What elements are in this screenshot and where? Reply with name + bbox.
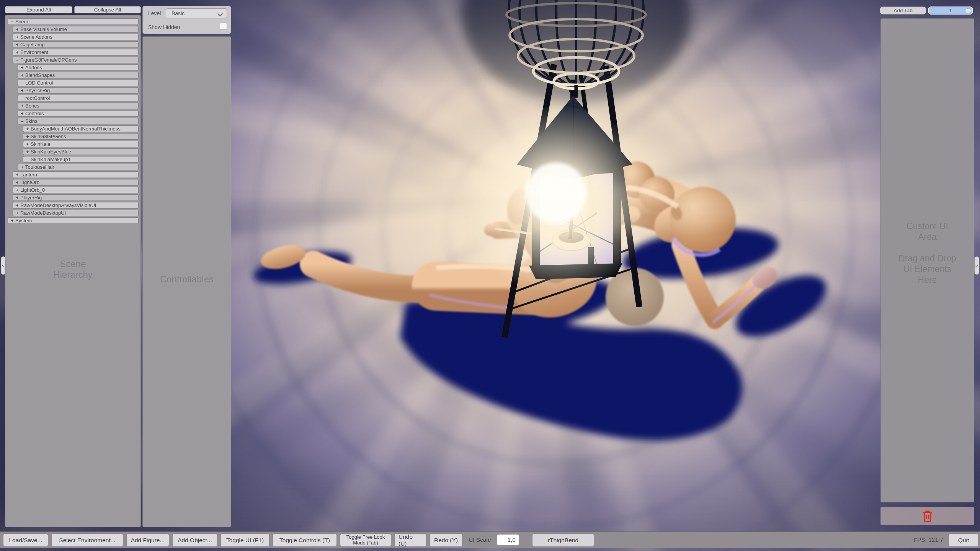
chevron-left-icon: < (2, 263, 4, 268)
tree-item-rawmodedesktopalwaysvisibleui[interactable]: +RawModeDesktopAlwaysVisibleUI (13, 202, 139, 209)
tree-item-scene-addons[interactable]: +Scene Addons (13, 34, 139, 40)
add-object-button[interactable]: Add Object... (172, 533, 217, 547)
tree-item-figureg8femalegpgens[interactable]: −FigureG8FemaleGPGens (13, 57, 139, 63)
tree-item-system[interactable]: +System (8, 217, 139, 224)
expand-node-icon[interactable]: + (19, 165, 25, 170)
delete-drop-bar[interactable] (880, 507, 974, 525)
tree-item-rootcontrol[interactable]: rootControl (18, 95, 139, 101)
tab-1[interactable]: 1 … (928, 7, 973, 15)
ellipsis-icon[interactable]: … (965, 8, 971, 13)
tree-item-label: rootControl (25, 95, 50, 101)
bottom-toolbar: Load/Save... Select Environment... Add F… (0, 531, 980, 548)
tree-item-sking8gpgens[interactable]: +SkinG8GPGens (23, 133, 139, 140)
tree-item-bones[interactable]: +Bones (18, 103, 139, 109)
custom-ui-area-panel[interactable]: Custom UI Area Drag and Drop UI Elements… (880, 18, 974, 502)
expand-node-icon[interactable]: + (14, 34, 20, 40)
tree-item-label: SkinKala (31, 141, 50, 147)
redo-button[interactable]: Redo (Y) (430, 533, 462, 547)
tree-item-blendshapes[interactable]: +BlendShapes (18, 72, 139, 78)
tree-item-environment[interactable]: +Environment (13, 49, 139, 55)
tree-item-label: PlayerRig (20, 195, 42, 201)
expand-node-icon[interactable]: + (24, 134, 31, 139)
toggle-free-look-button[interactable]: Toggle Free Look Mode (Tab) (340, 533, 391, 547)
tree-item-label: SkinG8GPGens (31, 134, 66, 139)
ui-scale-label: UI Scale (469, 536, 491, 543)
tree-item-base-visuals-volume[interactable]: +Base Visuals Volume (13, 26, 139, 33)
expand-node-icon[interactable]: + (14, 172, 20, 178)
load-save-button[interactable]: Load/Save... (3, 533, 48, 547)
quit-button[interactable]: Quit (949, 533, 978, 547)
tree-item-label: Lantern (20, 172, 37, 178)
tree-item-controls[interactable]: +Controls (18, 110, 139, 117)
add-tab-button[interactable]: Add Tab (880, 7, 926, 15)
tree-item-playerrig[interactable]: +PlayerRig (13, 194, 139, 201)
tree-item-skins[interactable]: −Skins (18, 118, 139, 124)
expand-node-icon[interactable]: + (19, 88, 25, 93)
expand-node-icon[interactable]: + (19, 103, 25, 109)
expand-node-icon[interactable]: + (19, 73, 25, 78)
tree-item-lantern[interactable]: +Lantern (13, 171, 139, 178)
collapse-node-icon[interactable]: − (14, 57, 20, 63)
tree-item-lightorb[interactable]: +LightOrb (13, 179, 139, 186)
tree-item-cagelamp[interactable]: +CageLamp (13, 41, 139, 48)
tree-item-skinkala[interactable]: +SkinKala (23, 141, 139, 147)
controllables-panel: Controllables (142, 36, 231, 527)
tree-item-label: Controls (25, 111, 44, 116)
tree-item-label: Base Visuals Volume (20, 26, 67, 32)
tree-item-skinkalamakeup1[interactable]: SkinKalaMakeup1 (23, 156, 139, 163)
tree-item-bodyandmouthaobentnormalthickness[interactable]: +BodyAndMouthAOBentNormalThickness (23, 126, 139, 132)
toggle-controls-button[interactable]: Toggle Controls (T) (273, 533, 337, 547)
custom-ui-placeholder: Custom UI Area Drag and Drop UI Elements… (881, 221, 974, 285)
tree-item-label: LOD Control (25, 80, 53, 86)
expand-node-icon[interactable]: + (14, 187, 20, 193)
expand-node-icon[interactable]: + (24, 126, 31, 132)
expand-all-button[interactable]: Expand All (5, 6, 72, 13)
expand-node-icon[interactable]: + (9, 218, 15, 223)
tree-item-physicsrig[interactable]: +PhysicsRig (18, 87, 139, 94)
select-environment-button[interactable]: Select Environment... (51, 533, 123, 547)
undo-button[interactable]: Undo (U) (394, 533, 426, 547)
collapse-left-panel-handle[interactable]: < (1, 256, 6, 275)
collapse-all-button[interactable]: Collapse All (74, 6, 141, 13)
toggle-ui-button[interactable]: Toggle UI (F1) (220, 533, 270, 547)
expand-node-icon[interactable]: + (14, 27, 20, 32)
expand-node-icon[interactable]: + (19, 65, 25, 70)
tree-item-scene[interactable]: −Scene (8, 18, 139, 25)
tree-item-rawmodedesktopui[interactable]: +RawModeDesktopUI (13, 210, 139, 216)
active-control-button[interactable]: rThighBend (532, 533, 594, 547)
tree-item-addons[interactable]: +Addons (18, 64, 139, 71)
collapse-node-icon[interactable]: − (19, 119, 25, 124)
level-select[interactable]: Basic (166, 8, 227, 18)
tree-item-label: LightOrb (20, 179, 39, 185)
collapse-node-icon[interactable]: − (9, 19, 15, 24)
chevron-right-icon: > (975, 263, 978, 268)
tree-item-label: SkinKalaMakeup1 (31, 156, 71, 162)
expand-node-icon[interactable]: + (14, 180, 20, 185)
tree-item-lod-control[interactable]: LOD Control (18, 80, 139, 86)
collapse-right-panel-handle[interactable]: > (974, 256, 979, 275)
trash-icon[interactable] (922, 510, 933, 523)
scene-hierarchy-title: Scene Hierarchy (5, 259, 140, 280)
expand-node-icon[interactable]: + (24, 149, 31, 155)
expand-node-icon[interactable]: + (24, 142, 31, 147)
show-hidden-checkbox[interactable] (220, 23, 227, 30)
ui-scale-input[interactable] (497, 534, 519, 546)
tree-item-skinkalaeyesblue[interactable]: +SkinKalaEyesBlue (23, 148, 139, 155)
add-figure-button[interactable]: Add Figure... (126, 533, 169, 547)
expand-node-icon[interactable]: + (14, 195, 20, 201)
expand-node-icon[interactable]: + (14, 50, 20, 55)
level-label: Level (148, 10, 161, 16)
tree-item-toulousehair[interactable]: +ToulouseHair (18, 164, 139, 170)
tree-item-label: Scene (15, 19, 29, 24)
tree-item-label: RawModeDesktopUI (20, 210, 66, 216)
tree-item-label: Addons (25, 65, 42, 70)
expand-node-icon[interactable]: + (14, 210, 20, 216)
tree-item-label: CageLamp (20, 42, 45, 47)
fps-counter: FPS: 121,7 (913, 536, 943, 543)
custom-ui-placeholder-body: Drag and Drop UI Elements Here (897, 253, 958, 285)
tree-item-lightorb-0[interactable]: +LightOrb_0 (13, 187, 139, 193)
expand-node-icon[interactable]: + (14, 203, 20, 208)
tree-item-label: BlendShapes (25, 72, 55, 78)
expand-node-icon[interactable]: + (14, 42, 20, 47)
expand-node-icon[interactable]: + (19, 111, 25, 116)
